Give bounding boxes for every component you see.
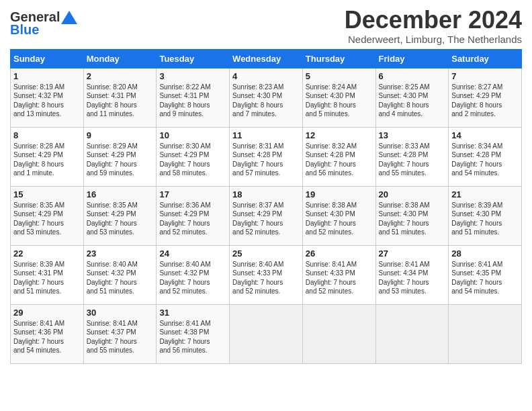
- calendar-cell: [375, 304, 449, 363]
- day-number: 9: [87, 130, 154, 140]
- cell-sunrise-sunset: Sunrise: 8:40 AMSunset: 4:33 PMDaylight:…: [232, 261, 283, 295]
- cell-sunrise-sunset: Sunrise: 8:40 AMSunset: 4:32 PMDaylight:…: [159, 261, 210, 295]
- cell-sunrise-sunset: Sunrise: 8:38 AMSunset: 4:30 PMDaylight:…: [306, 201, 357, 236]
- cell-sunrise-sunset: Sunrise: 8:39 AMSunset: 4:30 PMDaylight:…: [451, 201, 502, 236]
- cell-sunrise-sunset: Sunrise: 8:41 AMSunset: 4:35 PMDaylight:…: [451, 261, 502, 295]
- day-number: 3: [159, 71, 226, 81]
- day-number: 2: [87, 71, 154, 81]
- calendar-cell: 10Sunrise: 8:30 AMSunset: 4:29 PMDayligh…: [157, 127, 230, 186]
- day-number: 19: [306, 189, 373, 199]
- cell-sunrise-sunset: Sunrise: 8:29 AMSunset: 4:29 PMDaylight:…: [87, 142, 138, 177]
- logo-icon: [61, 11, 77, 24]
- calendar-cell: 20Sunrise: 8:38 AMSunset: 4:30 PMDayligh…: [375, 186, 449, 245]
- calendar-cell: 6Sunrise: 8:25 AMSunset: 4:30 PMDaylight…: [375, 68, 449, 127]
- day-number: 30: [87, 308, 154, 318]
- cell-sunrise-sunset: Sunrise: 8:22 AMSunset: 4:31 PMDaylight:…: [159, 83, 210, 118]
- calendar-cell: 17Sunrise: 8:36 AMSunset: 4:29 PMDayligh…: [157, 186, 230, 245]
- day-number: 12: [306, 130, 373, 140]
- cell-sunrise-sunset: Sunrise: 8:40 AMSunset: 4:32 PMDaylight:…: [87, 261, 138, 295]
- calendar-cell: 21Sunrise: 8:39 AMSunset: 4:30 PMDayligh…: [449, 186, 522, 245]
- calendar-cell: 5Sunrise: 8:24 AMSunset: 4:30 PMDaylight…: [302, 68, 375, 127]
- cell-sunrise-sunset: Sunrise: 8:33 AMSunset: 4:28 PMDaylight:…: [379, 142, 430, 177]
- title-area: December 2024 Nederweert, Limburg, The N…: [345, 7, 522, 45]
- day-number: 8: [13, 130, 81, 140]
- calendar-cell: 12Sunrise: 8:32 AMSunset: 4:28 PMDayligh…: [302, 127, 375, 186]
- day-number: 28: [451, 248, 519, 259]
- day-number: 10: [159, 130, 226, 140]
- calendar-cell: 23Sunrise: 8:40 AMSunset: 4:32 PMDayligh…: [83, 245, 157, 304]
- day-number: 14: [451, 130, 519, 140]
- header-saturday: Saturday: [449, 49, 522, 68]
- calendar-week-4: 22Sunrise: 8:39 AMSunset: 4:31 PMDayligh…: [11, 245, 522, 304]
- header-friday: Friday: [375, 49, 449, 68]
- calendar-cell: 22Sunrise: 8:39 AMSunset: 4:31 PMDayligh…: [11, 245, 84, 304]
- page-header: General Blue December 2024 Nederweert, L…: [10, 7, 522, 45]
- calendar-cell: 3Sunrise: 8:22 AMSunset: 4:31 PMDaylight…: [157, 68, 230, 127]
- day-number: 7: [451, 71, 519, 81]
- cell-sunrise-sunset: Sunrise: 8:30 AMSunset: 4:29 PMDaylight:…: [159, 142, 210, 177]
- day-number: 15: [13, 189, 81, 199]
- calendar-cell: 18Sunrise: 8:37 AMSunset: 4:29 PMDayligh…: [230, 186, 303, 245]
- cell-sunrise-sunset: Sunrise: 8:41 AMSunset: 4:37 PMDaylight:…: [87, 320, 138, 355]
- calendar-week-3: 15Sunrise: 8:35 AMSunset: 4:29 PMDayligh…: [11, 186, 522, 245]
- location-subtitle: Nederweert, Limburg, The Netherlands: [345, 34, 522, 45]
- day-number: 5: [306, 71, 373, 81]
- calendar-cell: 13Sunrise: 8:33 AMSunset: 4:28 PMDayligh…: [375, 127, 449, 186]
- day-number: 21: [451, 189, 519, 199]
- month-title: December 2024: [345, 7, 522, 34]
- cell-sunrise-sunset: Sunrise: 8:24 AMSunset: 4:30 PMDaylight:…: [306, 83, 357, 118]
- cell-sunrise-sunset: Sunrise: 8:41 AMSunset: 4:34 PMDaylight:…: [379, 261, 430, 295]
- calendar-cell: 8Sunrise: 8:28 AMSunset: 4:29 PMDaylight…: [11, 127, 84, 186]
- day-number: 26: [306, 248, 373, 259]
- calendar-week-1: 1Sunrise: 8:19 AMSunset: 4:32 PMDaylight…: [11, 68, 522, 127]
- cell-sunrise-sunset: Sunrise: 8:39 AMSunset: 4:31 PMDaylight:…: [13, 261, 64, 295]
- logo: General Blue: [10, 9, 77, 38]
- calendar-week-2: 8Sunrise: 8:28 AMSunset: 4:29 PMDaylight…: [11, 127, 522, 186]
- day-number: 20: [379, 189, 446, 199]
- cell-sunrise-sunset: Sunrise: 8:37 AMSunset: 4:29 PMDaylight:…: [232, 201, 283, 236]
- cell-sunrise-sunset: Sunrise: 8:34 AMSunset: 4:28 PMDaylight:…: [451, 142, 502, 177]
- calendar-cell: 19Sunrise: 8:38 AMSunset: 4:30 PMDayligh…: [302, 186, 375, 245]
- cell-sunrise-sunset: Sunrise: 8:19 AMSunset: 4:32 PMDaylight:…: [13, 83, 64, 118]
- day-number: 29: [13, 308, 81, 318]
- cell-sunrise-sunset: Sunrise: 8:35 AMSunset: 4:29 PMDaylight:…: [87, 201, 138, 236]
- day-number: 13: [379, 130, 446, 140]
- calendar-cell: 24Sunrise: 8:40 AMSunset: 4:32 PMDayligh…: [157, 245, 230, 304]
- calendar-cell: 28Sunrise: 8:41 AMSunset: 4:35 PMDayligh…: [449, 245, 522, 304]
- cell-sunrise-sunset: Sunrise: 8:28 AMSunset: 4:29 PMDaylight:…: [13, 142, 64, 177]
- cell-sunrise-sunset: Sunrise: 8:25 AMSunset: 4:30 PMDaylight:…: [379, 83, 430, 118]
- calendar-cell: 11Sunrise: 8:31 AMSunset: 4:28 PMDayligh…: [230, 127, 303, 186]
- calendar-cell: 14Sunrise: 8:34 AMSunset: 4:28 PMDayligh…: [449, 127, 522, 186]
- day-number: 24: [159, 248, 226, 259]
- day-number: 11: [232, 130, 300, 140]
- calendar-cell: 7Sunrise: 8:27 AMSunset: 4:29 PMDaylight…: [449, 68, 522, 127]
- day-number: 23: [87, 248, 154, 259]
- cell-sunrise-sunset: Sunrise: 8:31 AMSunset: 4:28 PMDaylight:…: [232, 142, 283, 177]
- cell-sunrise-sunset: Sunrise: 8:36 AMSunset: 4:29 PMDaylight:…: [159, 201, 210, 236]
- day-number: 1: [13, 71, 81, 81]
- calendar-cell: [302, 304, 375, 363]
- calendar-cell: 25Sunrise: 8:40 AMSunset: 4:33 PMDayligh…: [230, 245, 303, 304]
- cell-sunrise-sunset: Sunrise: 8:27 AMSunset: 4:29 PMDaylight:…: [451, 83, 502, 118]
- day-number: 25: [232, 248, 300, 259]
- cell-sunrise-sunset: Sunrise: 8:41 AMSunset: 4:33 PMDaylight:…: [306, 261, 357, 295]
- calendar-cell: 31Sunrise: 8:41 AMSunset: 4:38 PMDayligh…: [157, 304, 230, 363]
- calendar-cell: 1Sunrise: 8:19 AMSunset: 4:32 PMDaylight…: [11, 68, 84, 127]
- cell-sunrise-sunset: Sunrise: 8:23 AMSunset: 4:30 PMDaylight:…: [232, 83, 283, 118]
- day-number: 22: [13, 248, 81, 259]
- header-tuesday: Tuesday: [157, 49, 230, 68]
- calendar-cell: 2Sunrise: 8:20 AMSunset: 4:31 PMDaylight…: [83, 68, 157, 127]
- calendar-cell: 16Sunrise: 8:35 AMSunset: 4:29 PMDayligh…: [83, 186, 157, 245]
- day-number: 18: [232, 189, 300, 199]
- cell-sunrise-sunset: Sunrise: 8:20 AMSunset: 4:31 PMDaylight:…: [87, 83, 138, 118]
- day-number: 16: [87, 189, 154, 199]
- logo-blue: Blue: [10, 22, 39, 38]
- cell-sunrise-sunset: Sunrise: 8:38 AMSunset: 4:30 PMDaylight:…: [379, 201, 430, 236]
- header-thursday: Thursday: [302, 49, 375, 68]
- cell-sunrise-sunset: Sunrise: 8:35 AMSunset: 4:29 PMDaylight:…: [13, 201, 64, 236]
- calendar-cell: 4Sunrise: 8:23 AMSunset: 4:30 PMDaylight…: [230, 68, 303, 127]
- day-number: 4: [232, 71, 300, 81]
- calendar-cell: [230, 304, 303, 363]
- header-sunday: Sunday: [11, 49, 84, 68]
- calendar-cell: 26Sunrise: 8:41 AMSunset: 4:33 PMDayligh…: [302, 245, 375, 304]
